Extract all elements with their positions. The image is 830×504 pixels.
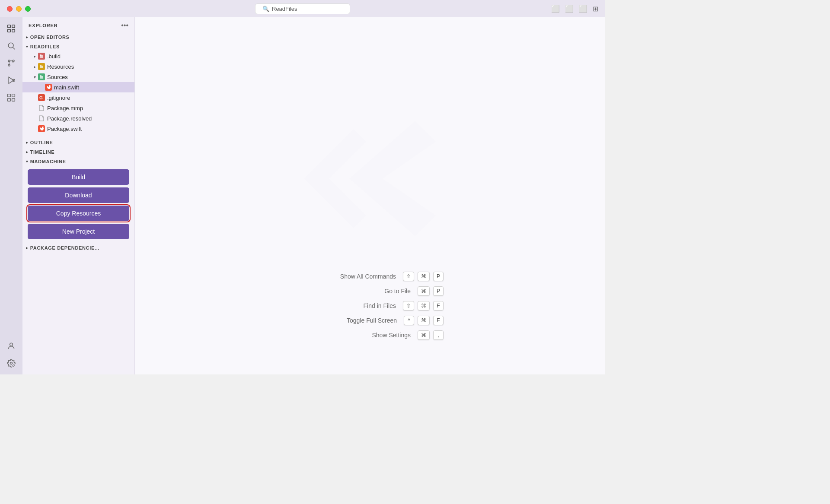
madmachine-buttons: Build Download Copy Resources New Projec… — [22, 166, 134, 243]
search-bar[interactable]: 🔍 ReadFiles — [255, 3, 350, 14]
shortcuts-panel: Show All Commands ⇧ ⌘ P Go to File ⌘ P F… — [297, 272, 444, 340]
outline-label: OUTLINE — [30, 140, 53, 145]
tree-item-sources[interactable]: Sources — [22, 72, 134, 82]
main-swift-label: main.swift — [54, 84, 79, 91]
activity-item-account[interactable] — [3, 338, 19, 354]
activity-item-explorer[interactable] — [3, 21, 19, 36]
traffic-lights — [7, 6, 31, 12]
open-editors-label: OPEN EDITORS — [30, 35, 70, 40]
timeline-section[interactable]: TIMELINE — [22, 147, 134, 156]
open-editors-section[interactable]: OPEN EDITORS — [22, 32, 134, 41]
sidebar-toggle-icon[interactable]: ⬜ — [551, 5, 560, 13]
find-in-files-label: Find in Files — [364, 302, 396, 309]
sidebar-more-button[interactable]: ••• — [121, 22, 128, 29]
shortcut-row-fullscreen: Toggle Full Screen ^ ⌘ F — [297, 316, 444, 325]
tree-item-package-swift[interactable]: Package.swift — [22, 124, 134, 134]
close-button[interactable] — [7, 6, 13, 12]
svg-rect-23 — [40, 75, 42, 76]
activity-item-extensions[interactable] — [3, 90, 19, 105]
package-mmp-label: Package.mmp — [47, 105, 83, 111]
madmachine-label: MADMACHINE — [30, 159, 66, 164]
sources-label: Sources — [47, 74, 68, 80]
copy-resources-button[interactable]: Copy Resources — [28, 206, 129, 221]
show-all-commands-label: Show All Commands — [340, 273, 396, 280]
activity-item-search[interactable] — [3, 38, 19, 54]
download-button[interactable]: Download — [28, 187, 129, 203]
package-resolved-label: Package.resolved — [47, 115, 92, 122]
madmachine-arrow — [26, 159, 29, 164]
svg-rect-1 — [12, 25, 15, 28]
resources-folder-icon — [38, 63, 45, 70]
gitignore-icon: G — [38, 94, 45, 101]
activity-bar — [0, 17, 22, 374]
tree-item-main-swift[interactable]: main.swift — [22, 82, 134, 92]
minimize-button[interactable] — [16, 6, 22, 12]
package-mmp-icon — [38, 105, 45, 111]
build-button[interactable]: Build — [28, 169, 129, 185]
resources-label: Resources — [47, 63, 74, 70]
svg-point-8 — [8, 64, 10, 66]
kbd-ctrl-fullscreen: ^ — [404, 316, 414, 325]
main-layout: EXPLORER ••• OPEN EDITORS READFILES .bui… — [0, 17, 605, 374]
svg-rect-21 — [40, 65, 42, 66]
package-deps-arrow — [26, 246, 29, 250]
activity-item-run-debug[interactable] — [3, 73, 19, 88]
shortcut-row-settings: Show Settings ⌘ , — [297, 330, 444, 340]
svg-point-4 — [8, 43, 13, 48]
svg-rect-13 — [12, 94, 15, 97]
timeline-arrow — [26, 150, 29, 154]
svg-point-6 — [8, 60, 10, 62]
svg-rect-0 — [8, 25, 10, 28]
madmachine-section-header[interactable]: MADMACHINE — [22, 156, 134, 166]
kbd-cmd-goto: ⌘ — [418, 286, 430, 296]
package-dependencies-section[interactable]: PACKAGE DEPENDENCIE... — [22, 243, 134, 252]
kbd-p-goto: P — [433, 286, 444, 296]
activity-item-source-control[interactable] — [3, 55, 19, 71]
kbd-cmd-settings: ⌘ — [418, 330, 430, 340]
kbd-f-fullscreen: F — [433, 316, 444, 325]
kbd-shift-commands: ⇧ — [403, 272, 414, 281]
activity-item-settings[interactable] — [3, 355, 19, 371]
maximize-button[interactable] — [25, 6, 31, 12]
kbd-shift-find: ⇧ — [403, 301, 414, 311]
package-resolved-icon — [38, 115, 45, 122]
customize-layout-icon[interactable]: ⊞ — [593, 5, 598, 13]
split-editor-icon[interactable]: ⬜ — [579, 5, 587, 13]
kbd-cmd-commands: ⌘ — [418, 272, 430, 281]
kbd-cmd-fullscreen: ⌘ — [418, 316, 430, 325]
package-swift-label: Package.swift — [47, 126, 82, 132]
readfiles-section[interactable]: READFILES — [22, 41, 134, 51]
tree-item-package-resolved[interactable]: Package.resolved — [22, 113, 134, 124]
titlebar-controls: ⬜ ⬜ ⬜ ⊞ — [551, 5, 598, 13]
panel-toggle-icon[interactable]: ⬜ — [565, 5, 574, 13]
editor-area: Show All Commands ⇧ ⌘ P Go to File ⌘ P F… — [135, 17, 605, 374]
tree-item-gitignore[interactable]: G .gitignore — [22, 92, 134, 103]
new-project-button[interactable]: New Project — [28, 224, 129, 239]
readfiles-label: READFILES — [30, 44, 60, 49]
search-icon: 🔍 — [262, 6, 269, 12]
titlebar-center: 🔍 ReadFiles — [255, 3, 350, 14]
package-swift-icon — [38, 125, 45, 132]
sidebar-title: EXPLORER — [29, 23, 58, 28]
outline-section[interactable]: OUTLINE — [22, 137, 134, 147]
svg-point-16 — [10, 343, 13, 346]
tree-item-build[interactable]: .build — [22, 51, 134, 61]
show-settings-label: Show Settings — [372, 332, 411, 339]
svg-rect-15 — [12, 98, 15, 101]
svg-rect-3 — [12, 29, 15, 32]
svg-text:G: G — [39, 95, 43, 100]
tree-item-resources[interactable]: Resources — [22, 61, 134, 72]
shortcut-row-find: Find in Files ⇧ ⌘ F — [297, 301, 444, 311]
svg-rect-12 — [8, 94, 11, 97]
open-editors-arrow — [26, 35, 29, 39]
kbd-comma-settings: , — [433, 330, 444, 340]
toggle-fullscreen-label: Toggle Full Screen — [347, 317, 397, 324]
search-placeholder: ReadFiles — [272, 6, 297, 12]
shortcut-row-goto: Go to File ⌘ P — [297, 286, 444, 296]
shortcut-row-commands: Show All Commands ⇧ ⌘ P — [297, 272, 444, 281]
tree-item-package-mmp[interactable]: Package.mmp — [22, 103, 134, 113]
timeline-label: TIMELINE — [30, 149, 55, 155]
sidebar-content: OPEN EDITORS READFILES .build — [22, 32, 134, 374]
svg-line-5 — [13, 48, 15, 50]
gitignore-label: .gitignore — [47, 95, 70, 101]
